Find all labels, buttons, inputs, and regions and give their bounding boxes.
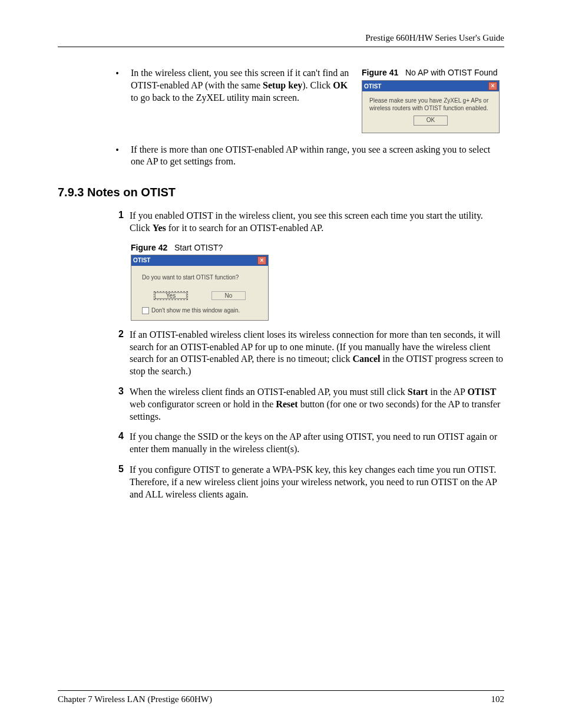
bullet-1-text: In the wireless client, you see this scr… xyxy=(131,68,349,103)
dialog-no-ap: OTIST × Please make sure you have ZyXEL … xyxy=(362,80,500,133)
list-number: 5 xyxy=(114,464,124,500)
close-icon[interactable]: × xyxy=(257,256,266,265)
list-number: 2 xyxy=(114,329,124,378)
header-guide-title: Prestige 660H/HW Series User's Guide xyxy=(58,33,504,43)
footer-chapter: Chapter 7 Wireless LAN (Prestige 660HW) xyxy=(58,694,212,704)
dialog-title: OTIST xyxy=(133,257,150,263)
figure-label: Figure 41 xyxy=(362,68,398,77)
text: When the wireless client finds an OTIST-… xyxy=(130,387,408,397)
close-icon[interactable]: × xyxy=(488,82,497,90)
item-2-text: If an OTIST-enabled wireless client lose… xyxy=(130,329,504,378)
dialog-title: OTIST xyxy=(364,83,381,90)
bullet-dot: • xyxy=(114,144,120,169)
footer-page-number: 102 xyxy=(491,694,505,704)
strong: Start xyxy=(408,387,428,397)
header-rule xyxy=(58,47,504,47)
list-number: 1 xyxy=(114,210,124,235)
section-heading: 7.9.3 Notes on OTIST xyxy=(58,186,504,199)
list-number: 3 xyxy=(114,386,124,423)
text: in the AP xyxy=(428,387,467,397)
item-5-text: If you configure OTIST to generate a WPA… xyxy=(130,464,504,500)
strong: Cancel xyxy=(352,354,380,364)
bullet-2-text: If there is more than one OTIST-enabled … xyxy=(131,144,504,169)
text: web configurator screen or hold in the xyxy=(130,399,276,409)
dialog-start-otist: OTIST × Do you want to start OTIST funct… xyxy=(131,255,269,321)
figure-label: Figure 42 xyxy=(131,243,167,252)
no-button[interactable]: No xyxy=(211,291,246,300)
text: ). Click xyxy=(302,80,333,90)
yes-button[interactable]: Yes xyxy=(154,291,188,300)
dont-show-checkbox[interactable] xyxy=(142,307,149,314)
strong: OK xyxy=(333,80,348,90)
text: for it to search for an OTIST-enabled AP… xyxy=(166,223,323,233)
item-3-text: When the wireless client finds an OTIST-… xyxy=(130,386,504,423)
figure-title: Start OTIST? xyxy=(174,243,223,252)
footer-rule xyxy=(58,690,504,691)
list-number: 4 xyxy=(114,431,124,456)
strong: Yes xyxy=(153,223,166,233)
strong: OTIST xyxy=(467,387,496,397)
figure-41-caption: Figure 41 No AP with OTIST Found xyxy=(362,67,504,78)
page-footer: Chapter 7 Wireless LAN (Prestige 660HW) … xyxy=(58,690,504,704)
dialog-titlebar: OTIST × xyxy=(362,81,499,91)
ok-button[interactable]: OK xyxy=(414,116,448,126)
strong: Reset xyxy=(276,399,297,409)
item-4-text: If you change the SSID or the keys on th… xyxy=(130,431,504,456)
item-1-text: If you enabled OTIST in the wireless cli… xyxy=(130,210,504,235)
bullet-dot: • xyxy=(114,67,120,133)
strong: Setup key xyxy=(263,80,302,90)
dialog-titlebar: OTIST × xyxy=(131,255,268,266)
text: to go back to the ZyXEL utility main scr… xyxy=(131,93,299,103)
figure-title: No AP with OTIST Found xyxy=(405,68,498,77)
dialog-message: Please make sure you have ZyXEL g+ APs o… xyxy=(369,97,492,112)
figure-42-caption: Figure 42 Start OTIST? xyxy=(131,243,504,252)
checkbox-label: Don't show me this window again. xyxy=(151,307,240,314)
dialog-question: Do you want to start OTIST function? xyxy=(142,274,257,281)
